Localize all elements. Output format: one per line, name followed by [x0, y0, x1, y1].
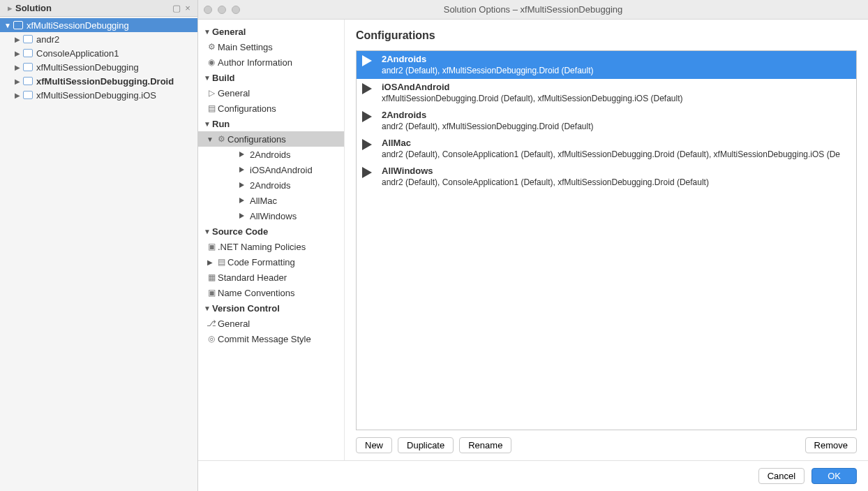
play-icon: [362, 139, 377, 150]
project-row[interactable]: ▶andr2: [0, 32, 197, 46]
panel-close-icon[interactable]: ×: [182, 3, 193, 13]
play-icon: [237, 182, 250, 188]
traffic-zoom[interactable]: [232, 6, 240, 14]
nav-run-config-item[interactable]: 2Androids: [198, 147, 344, 162]
project-icon: [22, 34, 33, 44]
configuration-subtitle: andr2 (Default), xfMultiSessionDebugging…: [382, 65, 593, 76]
configuration-item[interactable]: iOSAndAndroidxfMultiSessionDebugging.Dro…: [357, 79, 856, 107]
configurations-list: 2Androidsandr2 (Default), xfMultiSession…: [356, 50, 857, 430]
solution-root-label: xfMultiSessionDebugging: [27, 20, 129, 31]
play-icon: [362, 83, 377, 94]
panel-undock-icon[interactable]: ▢: [171, 3, 182, 13]
nav-item-build-general[interactable]: ▷ General: [198, 85, 344, 101]
dialog-titlebar: Solution Options – xfMultiSessionDebuggi…: [198, 0, 868, 20]
branch-icon: ⎇: [205, 318, 218, 328]
nav-run-config-label: iOSAndAndroid: [250, 165, 313, 175]
new-button[interactable]: New: [356, 437, 392, 453]
project-icon: [22, 76, 33, 86]
nav-item-commit-style[interactable]: ◎ Commit Message Style: [198, 331, 344, 346]
configurations-icon: ▤: [205, 103, 218, 113]
nav-run-config-item[interactable]: iOSAndAndroid: [198, 162, 344, 177]
nav-run-config-label: AllMac: [250, 196, 277, 206]
play-icon: [237, 213, 250, 219]
project-icon: [22, 62, 33, 72]
nav-item-standard-header[interactable]: ▦ Standard Header: [198, 270, 344, 285]
general-icon: ▷: [205, 88, 218, 98]
project-label: ConsoleApplication1: [36, 48, 119, 59]
header-icon: ▦: [205, 272, 218, 282]
solution-options-dialog: Solution Options – xfMultiSessionDebuggi…: [198, 0, 868, 491]
chevron-right-icon: ▶: [13, 36, 22, 43]
nav-section-vc[interactable]: ▼ Version Control: [198, 300, 344, 316]
remove-button[interactable]: Remove: [805, 437, 857, 453]
configuration-subtitle: andr2 (Default), ConsoleApplication1 (De…: [382, 177, 709, 188]
chevron-right-icon: ▶: [13, 50, 22, 57]
project-row[interactable]: ▶xfMultiSessionDebugging.Droid: [0, 74, 197, 88]
configuration-subtitle: andr2 (Default), xfMultiSessionDebugging…: [382, 121, 593, 132]
configuration-title: AllWindows: [382, 166, 709, 177]
nav-item-vc-general[interactable]: ⎇ General: [198, 316, 344, 331]
project-row[interactable]: ▶xfMultiSessionDebugging.iOS: [0, 88, 197, 102]
nav-item-main-settings[interactable]: ⚙ Main Settings: [198, 39, 344, 54]
nav-section-run[interactable]: ▼ Run: [198, 116, 344, 131]
format-icon: ▤: [215, 257, 227, 267]
nav-item-net-naming[interactable]: ▣ .NET Naming Policies: [198, 239, 344, 254]
chevron-down-icon: ▼: [3, 22, 13, 29]
conventions-icon: ▣: [205, 288, 218, 298]
configuration-title: iOSAndAndroid: [382, 82, 683, 93]
play-icon: [237, 167, 250, 173]
chevron-down-icon: ▼: [202, 28, 212, 36]
configuration-item[interactable]: AllWindowsandr2 (Default), ConsoleApplic…: [357, 163, 856, 191]
play-icon: [362, 111, 377, 122]
project-row[interactable]: ▶xfMultiSessionDebugging: [0, 60, 197, 74]
nav-run-config-item[interactable]: AllWindows: [198, 208, 344, 223]
nav-section-source[interactable]: ▼ Source Code: [198, 223, 344, 239]
nav-item-run-configurations[interactable]: ▼ ⚙ Configurations: [198, 131, 344, 147]
naming-icon: ▣: [205, 242, 218, 251]
configuration-subtitle: xfMultiSessionDebugging.Droid (Default),…: [382, 93, 683, 104]
configuration-title: 2Androids: [382, 110, 593, 121]
chevron-down-icon: ▼: [202, 120, 212, 128]
nav-run-config-label: AllWindows: [250, 211, 297, 221]
chevron-down-icon: ▼: [202, 228, 212, 235]
traffic-close[interactable]: [204, 6, 212, 14]
duplicate-button[interactable]: Duplicate: [398, 437, 454, 453]
play-icon: [237, 198, 250, 203]
rename-button[interactable]: Rename: [459, 437, 511, 453]
configuration-title: AllMac: [382, 138, 840, 149]
project-label: xfMultiSessionDebugging.Droid: [36, 76, 174, 87]
chevron-right-icon: ▶: [205, 258, 215, 266]
dialog-title: Solution Options – xfMultiSessionDebuggi…: [198, 4, 868, 15]
cancel-button[interactable]: Cancel: [758, 468, 805, 484]
nav-item-name-conventions[interactable]: ▣ Name Conventions: [198, 285, 344, 300]
configuration-item[interactable]: AllMacandr2 (Default), ConsoleApplicatio…: [357, 135, 856, 163]
nav-section-general[interactable]: ▼ General: [198, 24, 344, 39]
project-label: andr2: [36, 34, 59, 45]
nav-run-config-item[interactable]: 2Androids: [198, 177, 344, 193]
project-icon: [22, 90, 33, 100]
configuration-item[interactable]: 2Androidsandr2 (Default), xfMultiSession…: [357, 107, 856, 135]
dialog-footer: Cancel OK: [198, 460, 868, 491]
configuration-subtitle: andr2 (Default), ConsoleApplication1 (De…: [382, 149, 840, 160]
options-nav: ▼ General ⚙ Main Settings ◉ Author Infor…: [198, 20, 345, 460]
nav-run-config-label: 2Androids: [250, 180, 291, 191]
configuration-item[interactable]: 2Androidsandr2 (Default), xfMultiSession…: [357, 51, 856, 79]
nav-item-build-configurations[interactable]: ▤ Configurations: [198, 101, 344, 116]
project-label: xfMultiSessionDebugging: [36, 62, 139, 73]
solution-tree: ▼ xfMultiSessionDebugging ▶andr2▶Console…: [0, 17, 197, 491]
nav-section-build[interactable]: ▼ Build: [198, 70, 344, 85]
nav-item-author-info[interactable]: ◉ Author Information: [198, 54, 344, 70]
project-icon: [22, 48, 33, 58]
project-row[interactable]: ▶ConsoleApplication1: [0, 46, 197, 60]
commit-icon: ◎: [205, 334, 218, 344]
gear-icon: ⚙: [205, 42, 218, 52]
nav-item-code-formatting[interactable]: ▶ ▤ Code Formatting: [198, 254, 344, 270]
chevron-down-icon: ▼: [202, 74, 212, 82]
gear-icon: ⚙: [215, 134, 227, 144]
traffic-minimize[interactable]: [218, 6, 226, 14]
ok-button[interactable]: OK: [811, 468, 857, 484]
panel-menu-icon[interactable]: ▸: [4, 3, 15, 13]
play-icon: [237, 152, 250, 157]
nav-run-config-item[interactable]: AllMac: [198, 193, 344, 208]
solution-root[interactable]: ▼ xfMultiSessionDebugging: [0, 18, 197, 32]
